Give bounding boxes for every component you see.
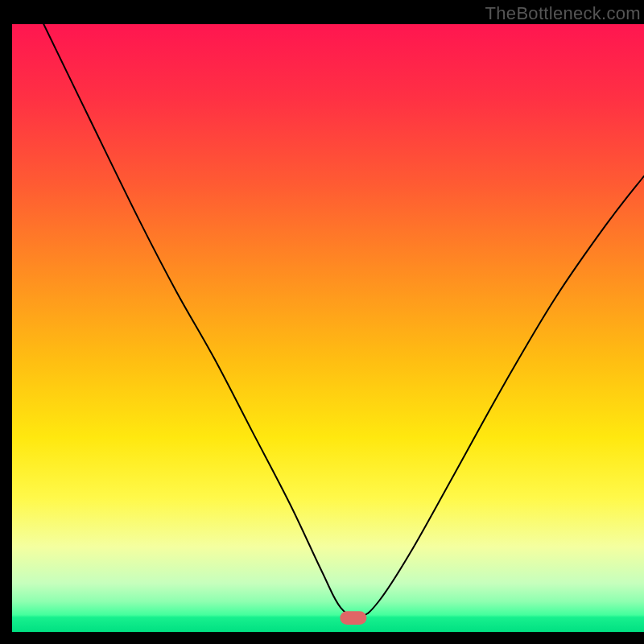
watermark-label: TheBottleneck.com [485, 3, 641, 24]
plot-svg [12, 24, 644, 632]
plot-area [12, 24, 644, 632]
optimal-marker [340, 611, 366, 625]
gradient-background [12, 24, 644, 632]
chart-frame: TheBottleneck.com [12, 0, 644, 632]
